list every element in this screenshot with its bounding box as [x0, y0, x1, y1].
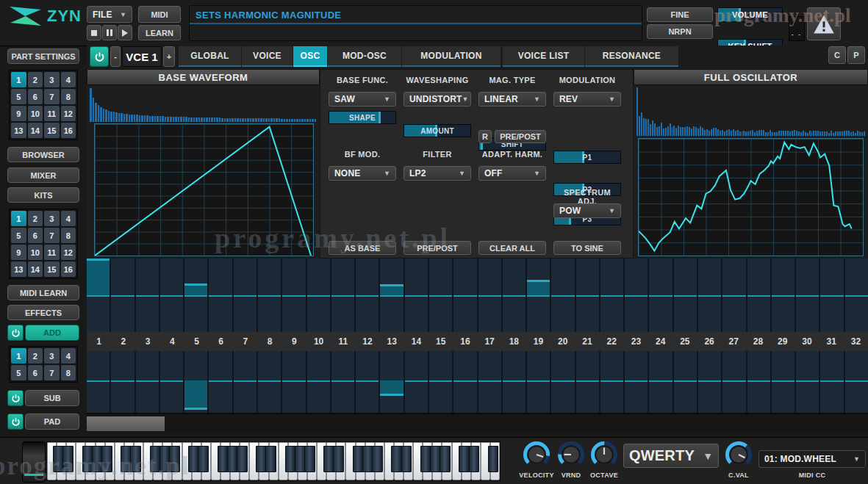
voice-minus-button[interactable]: -	[110, 46, 121, 67]
grid-cell-9[interactable]: 9	[11, 245, 26, 260]
shift-reset-button[interactable]: R	[478, 130, 492, 143]
harmonic-magnitude-12[interactable]	[356, 259, 380, 332]
voice-plus-button[interactable]: +	[163, 46, 175, 67]
harmonic-magnitude-2[interactable]	[111, 259, 135, 332]
grid-cell-7[interactable]: 7	[44, 228, 60, 243]
harmonic-phase-19[interactable]	[527, 351, 551, 413]
black-key[interactable]	[237, 446, 248, 472]
grid-cell-14[interactable]: 14	[28, 261, 43, 277]
harmonic-phase-20[interactable]	[551, 351, 575, 413]
grid-cell-2[interactable]: 2	[28, 72, 43, 87]
grid-cell-16[interactable]: 16	[61, 123, 76, 138]
harmonic-magnitude-11[interactable]	[331, 259, 356, 332]
grid-cell-16[interactable]: 16	[61, 261, 76, 277]
vrnd-knob[interactable]	[556, 439, 587, 470]
mixer-button[interactable]: MIXER	[7, 167, 79, 183]
harmonic-phase-16[interactable]	[453, 351, 478, 413]
grid-cell-15[interactable]: 15	[44, 261, 60, 277]
harmonic-magnitude-4[interactable]	[160, 259, 184, 332]
harmonic-magnitude-1[interactable]	[87, 259, 111, 332]
harmonic-magnitude-14[interactable]	[405, 259, 429, 332]
harmonic-magnitude-6[interactable]	[209, 259, 233, 332]
tab-global[interactable]: GLOBAL	[179, 46, 241, 67]
harmonic-magnitude-20[interactable]	[551, 259, 575, 332]
harmonic-phase-18[interactable]	[503, 351, 527, 413]
base-waveform-plot[interactable]	[94, 123, 314, 256]
grid-cell-4[interactable]: 4	[61, 72, 76, 87]
pad-power-button[interactable]	[7, 413, 24, 430]
black-key[interactable]	[401, 446, 412, 472]
harmonic-phase-25[interactable]	[674, 351, 698, 413]
harmonic-phase-5[interactable]	[184, 351, 209, 413]
pad-engine-button[interactable]: PAD	[25, 413, 79, 430]
harmonic-magnitude-10[interactable]	[307, 259, 331, 332]
harmonic-magnitude-8[interactable]	[258, 259, 282, 332]
tab-voice[interactable]: VOICE	[242, 46, 293, 67]
grid-cell-5[interactable]: 5	[11, 365, 26, 380]
harmonic-phase-15[interactable]	[429, 351, 453, 413]
scrollbar-thumb[interactable]	[87, 416, 165, 431]
sub-engine-button[interactable]: SUB	[25, 390, 79, 406]
grid-cell-5[interactable]: 5	[11, 89, 26, 104]
harmonic-magnitude-29[interactable]	[772, 259, 796, 332]
harmonic-magnitude-3[interactable]	[136, 259, 160, 332]
spectrum-adj-select[interactable]: POW▼	[553, 203, 621, 218]
octave-knob[interactable]	[589, 439, 620, 470]
filter-prepost-button[interactable]: PRE/POST	[403, 241, 471, 255]
harmonic-phase-24[interactable]	[649, 351, 673, 413]
harmonic-phase-2[interactable]	[111, 351, 135, 413]
harmonic-magnitude-32[interactable]	[845, 259, 868, 332]
bf-mod-select[interactable]: NONE▼	[329, 166, 396, 181]
grid-cell-1[interactable]: 1	[11, 211, 26, 226]
learn-button[interactable]: LEARN	[138, 25, 181, 40]
harmonic-phase-14[interactable]	[405, 351, 429, 413]
grid-cell-3[interactable]: 3	[44, 72, 60, 87]
harmonic-phase-31[interactable]	[820, 351, 844, 413]
play-button[interactable]	[118, 25, 132, 40]
harmonic-phase-29[interactable]	[772, 351, 796, 413]
black-key[interactable]	[469, 446, 480, 472]
black-key[interactable]	[459, 446, 470, 472]
grid-cell-10[interactable]: 10	[28, 245, 43, 260]
adapt-harm-select[interactable]: OFF▼	[478, 166, 546, 181]
grid-cell-13[interactable]: 13	[11, 123, 26, 138]
black-key[interactable]	[198, 446, 209, 472]
black-key[interactable]	[391, 446, 402, 472]
copy-button[interactable]: C	[828, 46, 846, 64]
harmonic-magnitude-9[interactable]	[282, 259, 306, 332]
harmonic-magnitude-22[interactable]	[600, 259, 625, 332]
harmonic-magnitude-30[interactable]	[796, 259, 820, 332]
as-base-button[interactable]: AS BASE	[329, 241, 396, 255]
grid-cell-3[interactable]: 3	[44, 348, 60, 364]
pause-button[interactable]	[102, 25, 117, 40]
black-key[interactable]	[130, 446, 141, 472]
harmonic-phase-4[interactable]	[160, 351, 184, 413]
harmonic-scrollbar[interactable]	[87, 413, 868, 433]
harmonic-magnitude-25[interactable]	[674, 259, 698, 332]
grid-cell-2[interactable]: 2	[28, 211, 43, 226]
harmonic-phase-11[interactable]	[331, 351, 356, 413]
grid-cell-6[interactable]: 6	[28, 89, 43, 104]
harmonic-magnitude-31[interactable]	[820, 259, 844, 332]
black-key[interactable]	[265, 446, 276, 472]
harmonic-phase-27[interactable]	[722, 351, 747, 413]
black-key[interactable]	[488, 446, 499, 472]
pitch-wheel[interactable]	[22, 441, 46, 483]
harmonic-magnitude-16[interactable]	[453, 259, 478, 332]
tab-mod-osc[interactable]: MOD-OSC	[328, 46, 401, 67]
harmonic-magnitude-19[interactable]	[527, 259, 551, 332]
part-settings-button[interactable]: PART SETTINGS	[7, 48, 79, 64]
mag-prepost-button[interactable]: PRE/POST	[495, 130, 546, 143]
velocity-knob[interactable]	[521, 439, 552, 470]
grid-cell-12[interactable]: 12	[61, 106, 76, 121]
harmonic-phase-32[interactable]	[845, 351, 868, 413]
browser-button[interactable]: BROWSER	[7, 147, 79, 162]
grid-cell-8[interactable]: 8	[61, 89, 76, 104]
paste-button[interactable]: P	[847, 46, 865, 64]
black-key[interactable]	[304, 446, 315, 472]
harmonic-phase-10[interactable]	[307, 351, 331, 413]
grid-cell-8[interactable]: 8	[61, 365, 76, 380]
harmonic-magnitude-15[interactable]	[429, 259, 453, 332]
fine-button[interactable]: FINE	[647, 7, 713, 22]
harmonic-phase-8[interactable]	[258, 351, 282, 413]
